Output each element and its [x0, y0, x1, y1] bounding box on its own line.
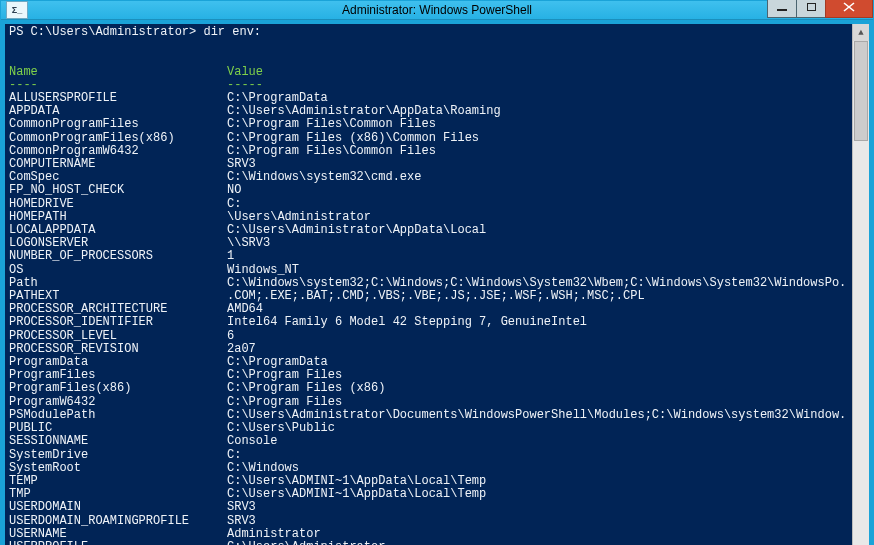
column-divider: ---------: [9, 79, 848, 92]
scroll-up-arrow-icon[interactable]: ▲: [853, 24, 869, 41]
env-row: ProgramDataC:\ProgramData: [9, 356, 848, 369]
env-row: LOCALAPPDATAC:\Users\Administrator\AppDa…: [9, 224, 848, 237]
env-row: FP_NO_HOST_CHECKNO: [9, 184, 848, 197]
env-value: C:\Windows\system32;C:\Windows;C:\Window…: [227, 277, 848, 290]
env-row: USERPROFILEC:\Users\Administrator: [9, 541, 848, 545]
env-name: PROCESSOR_IDENTIFIER: [9, 316, 227, 329]
env-row: PATHEXT.COM;.EXE;.BAT;.CMD;.VBS;.VBE;.JS…: [9, 290, 848, 303]
env-row: PSModulePathC:\Users\Administrator\Docum…: [9, 409, 848, 422]
env-name: SystemDrive: [9, 449, 227, 462]
blank-line: [9, 52, 848, 65]
window-controls: [768, 0, 873, 18]
env-value: SRV3: [227, 515, 848, 528]
env-row: HOMEPATH\Users\Administrator: [9, 211, 848, 224]
env-name: TMP: [9, 488, 227, 501]
env-name: USERDOMAIN_ROAMINGPROFILE: [9, 515, 227, 528]
env-row: OSWindows_NT: [9, 264, 848, 277]
prompt-command: dir env:: [203, 25, 261, 39]
env-value: Console: [227, 435, 848, 448]
env-value: C:\Users\ADMINI~1\AppData\Local\Temp: [227, 475, 848, 488]
env-value: C:\Program Files: [227, 369, 848, 382]
prompt-line: PS C:\Users\Administrator> dir env:: [9, 26, 848, 39]
env-row: CommonProgramW6432C:\Program Files\Commo…: [9, 145, 848, 158]
env-name: ComSpec: [9, 171, 227, 184]
env-value: C:\Program Files\Common Files: [227, 118, 848, 131]
env-row: SystemDriveC:: [9, 449, 848, 462]
env-name: HOMEDRIVE: [9, 198, 227, 211]
env-row: COMPUTERNAMESRV3: [9, 158, 848, 171]
env-value: C:\Users\Administrator\AppData\Roaming: [227, 105, 848, 118]
env-name: PATHEXT: [9, 290, 227, 303]
env-value: C:\Users\Administrator\Documents\Windows…: [227, 409, 848, 422]
env-value: 2a07: [227, 343, 848, 356]
env-row: SystemRootC:\Windows: [9, 462, 848, 475]
env-value: NO: [227, 184, 848, 197]
env-name: HOMEPATH: [9, 211, 227, 224]
env-name: CommonProgramW6432: [9, 145, 227, 158]
titlebar[interactable]: Σ_ Administrator: Windows PowerShell: [1, 1, 873, 20]
env-row: PathC:\Windows\system32;C:\Windows;C:\Wi…: [9, 277, 848, 290]
env-value: 1: [227, 250, 848, 263]
env-name: ----: [9, 79, 227, 92]
prompt-prefix: PS C:\Users\Administrator>: [9, 25, 203, 39]
env-name: FP_NO_HOST_CHECK: [9, 184, 227, 197]
env-value: C:\Program Files (x86)\Common Files: [227, 132, 848, 145]
env-value: C:: [227, 449, 848, 462]
env-name: CommonProgramFiles(x86): [9, 132, 227, 145]
env-name: ProgramFiles: [9, 369, 227, 382]
env-row: PUBLICC:\Users\Public: [9, 422, 848, 435]
maximize-button[interactable]: [796, 0, 826, 18]
env-value: Windows_NT: [227, 264, 848, 277]
env-name: Name: [9, 66, 227, 79]
env-name: COMPUTERNAME: [9, 158, 227, 171]
env-row: PROCESSOR_REVISION2a07: [9, 343, 848, 356]
env-name: PROCESSOR_LEVEL: [9, 330, 227, 343]
system-menu-icon[interactable]: Σ_: [6, 1, 28, 19]
env-row: NUMBER_OF_PROCESSORS1: [9, 250, 848, 263]
env-row: CommonProgramFilesC:\Program Files\Commo…: [9, 118, 848, 131]
env-name: TEMP: [9, 475, 227, 488]
powershell-window: Σ_ Administrator: Windows PowerShell PS …: [0, 0, 874, 545]
env-row: PROCESSOR_ARCHITECTUREAMD64: [9, 303, 848, 316]
env-name: OS: [9, 264, 227, 277]
console-output[interactable]: PS C:\Users\Administrator> dir env: Name…: [5, 24, 852, 545]
scroll-thumb[interactable]: [854, 41, 868, 141]
env-row: SESSIONNAMEConsole: [9, 435, 848, 448]
env-value: SRV3: [227, 158, 848, 171]
env-name: USERDOMAIN: [9, 501, 227, 514]
env-value: C:\ProgramData: [227, 92, 848, 105]
env-value: C:\Program Files (x86): [227, 382, 848, 395]
env-name: SystemRoot: [9, 462, 227, 475]
env-name: LOCALAPPDATA: [9, 224, 227, 237]
env-name: USERNAME: [9, 528, 227, 541]
env-value: C:\Users\Public: [227, 422, 848, 435]
close-button[interactable]: [825, 0, 873, 18]
env-value: \\SRV3: [227, 237, 848, 250]
env-value: C:\Windows: [227, 462, 848, 475]
env-value: .COM;.EXE;.BAT;.CMD;.VBS;.VBE;.JS;.JSE;.…: [227, 290, 848, 303]
env-row: PROCESSOR_LEVEL6: [9, 330, 848, 343]
env-name: APPDATA: [9, 105, 227, 118]
env-value: C:\Users\ADMINI~1\AppData\Local\Temp: [227, 488, 848, 501]
env-row: HOMEDRIVEC:: [9, 198, 848, 211]
env-name: PROCESSOR_REVISION: [9, 343, 227, 356]
env-row: APPDATAC:\Users\Administrator\AppData\Ro…: [9, 105, 848, 118]
console-frame: PS C:\Users\Administrator> dir env: Name…: [1, 20, 873, 545]
env-value: SRV3: [227, 501, 848, 514]
env-row: ALLUSERSPROFILEC:\ProgramData: [9, 92, 848, 105]
env-value: Intel64 Family 6 Model 42 Stepping 7, Ge…: [227, 316, 848, 329]
env-name: SESSIONNAME: [9, 435, 227, 448]
env-row: ProgramW6432C:\Program Files: [9, 396, 848, 409]
env-name: Path: [9, 277, 227, 290]
env-name: PSModulePath: [9, 409, 227, 422]
env-name: ALLUSERSPROFILE: [9, 92, 227, 105]
env-row: PROCESSOR_IDENTIFIERIntel64 Family 6 Mod…: [9, 316, 848, 329]
env-name: ProgramData: [9, 356, 227, 369]
minimize-button[interactable]: [767, 0, 797, 18]
env-name: CommonProgramFiles: [9, 118, 227, 131]
env-value: C:\Program Files: [227, 396, 848, 409]
env-value: -----: [227, 79, 848, 92]
vertical-scrollbar[interactable]: ▲ ▼: [852, 24, 869, 545]
env-name: ProgramFiles(x86): [9, 382, 227, 395]
env-row: TMPC:\Users\ADMINI~1\AppData\Local\Temp: [9, 488, 848, 501]
